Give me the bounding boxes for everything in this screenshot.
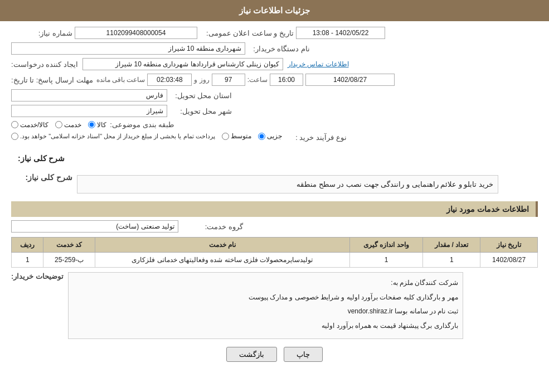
col-qty: تعداد / مقدار: [423, 238, 480, 253]
col-date: تاریخ نیاز: [480, 238, 538, 253]
col-unit: واحد اندازه گیری: [349, 238, 423, 253]
section-label-general: شرح کلی نیاز:: [11, 173, 72, 196]
label-category: طبقه بندی موضوعی:: [110, 120, 174, 129]
label-buyer-notes: توضیحات خریدار:: [11, 272, 64, 280]
services-table: تاریخ نیاز تعداد / مقدار واحد اندازه گیر…: [11, 237, 538, 268]
back-button[interactable]: بازگشت: [226, 347, 277, 362]
label-general-description: شرح کلی نیاز:: [11, 151, 65, 166]
print-button[interactable]: چاپ: [284, 347, 323, 362]
purchase-type-note-option[interactable]: پرداخت تمام یا بخشی از مبلغ خریداز از مح…: [11, 133, 215, 140]
reply-day-value: 97: [212, 74, 245, 86]
label-announce-date: تاریخ و ساعت اعلان عمومی:: [206, 29, 294, 37]
request-number-value: 1102099408000054: [75, 27, 197, 39]
page-header: جزئیات اطلاعات نیاز: [0, 0, 549, 21]
category-kala-khedmat[interactable]: کالا/خدمت: [11, 121, 48, 129]
city-value: شیراز: [11, 105, 167, 117]
cell-qty: 1: [423, 253, 480, 268]
buyer-notes-line: شرکت کنندگان ملزم به:: [73, 277, 458, 289]
buyer-notes-line: مهر و بارگذاری کلیه صفحات برآورد اولیه و…: [73, 292, 458, 304]
buyer-notes-line: ثبت نام در سامانه بوسا vendor.shiraz.ir: [73, 306, 458, 318]
purchase-type-medium[interactable]: متوسط: [222, 132, 251, 140]
label-province: استان محل تحویل:: [171, 91, 232, 100]
contact-info-link[interactable]: اطلاعات تماس خریدار: [288, 60, 349, 68]
cell-name: تولیدسایرمحصولات فلزی ساخته شده وفعالیته…: [95, 253, 350, 268]
reply-day-label: روز و: [194, 76, 209, 84]
label-creator: ایجاد کننده درخواست:: [11, 60, 78, 69]
creator-value: کیوان زینلی کارشناس قراردادها شهرداری من…: [82, 58, 283, 70]
category-khedmat[interactable]: خدمت: [55, 121, 81, 129]
reply-time-value: 16:00: [270, 74, 303, 86]
section-services-title: اطلاعات خدمات مورد نیاز: [11, 201, 538, 217]
table-row: 1402/08/27 1 1 تولیدسایرمحصولات فلزی ساخ…: [12, 253, 538, 268]
label-request-number: شماره نیاز:: [11, 29, 72, 37]
general-description-box: خرید تابلو و علائم راهنمایی و رانندگی جه…: [77, 175, 498, 193]
page-title: جزئیات اطلاعات نیاز: [239, 6, 310, 15]
label-service-group: گروه خدمت:: [182, 222, 243, 231]
label-city: شهر محل تحویل:: [171, 107, 232, 115]
service-group-value: تولید صنعتی (ساخت): [11, 220, 178, 233]
cell-unit: 1: [349, 253, 423, 268]
purchase-type-partial[interactable]: جزیی: [258, 132, 282, 140]
col-row: ردیف: [12, 238, 43, 253]
label-purchase-type: نوع فرآیند خرید :: [285, 133, 347, 142]
category-kala[interactable]: کالا: [88, 121, 106, 129]
label-reply-date: مهلت ارسال پاسخ: تا تاریخ:: [11, 76, 93, 84]
buyer-notes-line: بارگذاری برگ پیشنهاد قیمت به همراه برآور…: [73, 320, 458, 332]
remaining-label: ساعت باقی مانده: [96, 76, 145, 84]
reply-date-value: 1402/08/27: [305, 74, 395, 86]
cell-row: 1: [12, 253, 43, 268]
reply-time-label: ساعت:: [247, 76, 268, 84]
remaining-value: 02:03:48: [147, 74, 192, 86]
cell-code: ب-259-25: [43, 253, 95, 268]
cell-date: 1402/08/27: [480, 253, 538, 268]
col-name: نام خدمت: [95, 238, 350, 253]
col-code: کد خدمت: [43, 238, 95, 253]
label-org-name: نام دستگاه خریدار:: [249, 45, 310, 53]
announce-date-value: 1402/05/22 - 13:08: [296, 27, 385, 39]
province-value: فارس: [11, 89, 167, 101]
org-name-value: شهرداری منطقه 10 شیراز: [11, 42, 245, 55]
buyer-notes-box: شرکت کنندگان ملزم به:مهر و بارگذاری کلیه…: [68, 272, 463, 339]
